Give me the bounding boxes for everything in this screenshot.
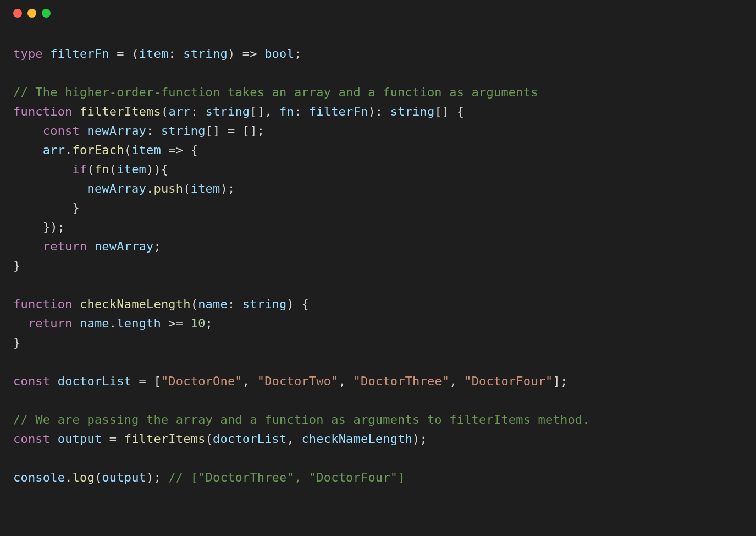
minimize-icon[interactable] [27,9,36,18]
code-token: . [109,316,117,330]
code-token: function [13,105,73,118]
code-token: . [146,182,153,195]
code-token: , [287,432,302,446]
code-token: "DoctorTwo" [257,374,339,388]
code-token: )){ [146,162,168,176]
code-token: } [13,201,80,215]
code-token: return [28,316,73,330]
code-token: newArray [95,239,154,253]
code-token: filterItems [124,432,206,446]
code-token [73,316,80,330]
code-token: doctorList [213,432,286,446]
code-line: console.log(output); // ["DoctorThree", … [13,468,743,487]
code-token: ; [206,316,213,330]
code-token: const [13,432,50,446]
code-token: . [65,143,72,157]
code-token: log [73,471,95,484]
code-token: push [153,182,183,195]
code-token: "DoctorFour" [464,374,553,388]
code-token: = [102,432,124,446]
code-line: } [13,256,743,275]
code-line: type filterFn = (item: string) => bool; [13,44,743,63]
code-token: . [65,471,72,484]
code-token: [] = []; [206,124,265,138]
code-line [13,391,743,410]
code-token: } [13,259,20,272]
code-line: function filterItems(arr: string[], fn: … [13,102,743,121]
code-token: => { [161,143,198,157]
code-line [13,352,743,371]
code-token: ( [87,162,94,176]
code-token [73,297,80,311]
code-token: = ( [109,47,139,61]
code-line: if(fn(item)){ [13,160,743,179]
code-token: doctorList [58,374,131,388]
titlebar [0,0,756,26]
code-token: // ["DoctorThree", "DoctorFour"] [168,471,405,484]
code-token: ): [368,105,390,118]
code-line: // The higher-order-function takes an ar… [13,83,743,102]
code-token: arr [43,143,65,157]
code-token: }); [13,220,65,234]
code-token: filterFn [50,47,109,61]
code-token: ) => [228,47,264,61]
code-token [43,47,50,61]
code-token [13,124,43,138]
code-line: return name.length >= 10; [13,314,743,333]
code-token: ( [95,471,102,484]
code-line: return newArray; [13,237,743,256]
code-token: item [131,143,161,157]
code-token: } [13,336,20,349]
code-token: bool [264,47,294,61]
code-token: 10 [191,316,206,330]
code-token: "DoctorOne" [161,374,242,388]
code-token: string [161,124,206,138]
code-token: "DoctorThree" [354,374,450,388]
maximize-icon[interactable] [42,9,51,18]
code-token: ); [412,432,427,446]
code-token: string [183,47,228,61]
code-token [73,105,80,118]
close-icon[interactable] [13,9,22,18]
code-token: ( [124,143,131,157]
code-token: : [294,105,309,118]
code-token: const [43,124,80,138]
code-token: ]; [553,374,568,388]
code-window: type filterFn = (item: string) => bool; … [0,0,756,536]
code-token: ( [161,105,168,118]
code-token: : [146,124,161,138]
code-editor[interactable]: type filterFn = (item: string) => bool; … [0,26,756,500]
code-token: ( [183,182,190,195]
code-token [13,143,43,157]
code-token [80,124,87,138]
code-token: string [390,105,435,118]
code-line: arr.forEach(item => { [13,140,743,160]
code-token: checkNameLength [301,432,412,446]
code-token: fn [95,162,109,176]
code-token [13,316,28,330]
code-token: // The higher-order-function takes an ar… [13,85,538,99]
code-line [13,275,743,294]
code-token: : [228,297,242,311]
code-token: console [13,471,65,484]
code-line: const newArray: string[] = []; [13,121,743,140]
code-token [13,162,73,176]
code-token: return [43,239,87,253]
code-token: item [139,47,169,61]
code-token [13,182,87,195]
code-token: type [13,47,43,61]
code-token: ; [153,239,161,253]
code-token: [] { [434,105,464,118]
code-token: ) { [287,297,309,311]
code-token: function [13,297,73,311]
code-token: , [242,374,257,388]
code-token: item [191,182,220,195]
code-line [13,63,743,83]
code-token: ( [109,162,117,176]
code-token: ( [206,432,213,446]
code-token: forEach [73,143,124,157]
code-token: item [117,162,146,176]
code-token: , [449,374,464,388]
code-token: output [58,432,102,446]
code-line: function checkNameLength(name: string) { [13,294,743,314]
